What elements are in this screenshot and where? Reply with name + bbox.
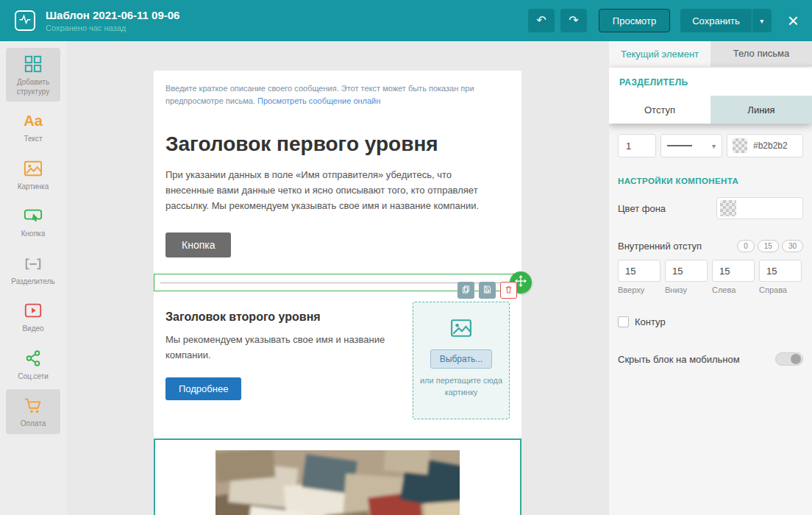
- template-title: Шаблон 2021-06-11 09-06: [46, 9, 179, 21]
- app-logo: [15, 10, 35, 31]
- color-swatch: [733, 138, 747, 153]
- line-thickness-input[interactable]: [618, 134, 656, 157]
- editor-canvas: Введите краткое описание своего сообщени…: [66, 41, 609, 515]
- save-group: Сохранить ▾: [680, 9, 772, 32]
- padding-bottom-label: Внизу: [665, 285, 708, 294]
- outline-checkbox[interactable]: [618, 316, 629, 327]
- sidebar-item-label: Текст: [24, 135, 42, 144]
- topbar: Шаблон 2021-06-11 09-06 Сохранено час на…: [0, 0, 812, 41]
- view-online-link[interactable]: Просмотреть сообщение онлайн: [257, 96, 380, 105]
- email-button-1[interactable]: Кнопка: [165, 232, 231, 258]
- selected-image-block[interactable]: [154, 438, 521, 515]
- undo-icon: ↶: [536, 14, 546, 26]
- padding-top-label: Вверху: [618, 285, 660, 294]
- trash-icon: [504, 285, 513, 296]
- padding-bottom-input[interactable]: [665, 260, 708, 282]
- preset-15-button[interactable]: 15: [758, 240, 779, 252]
- save-status: Сохранено час назад: [46, 24, 179, 32]
- padding-left-input[interactable]: [712, 260, 755, 282]
- paragraph-2[interactable]: Мы рекомендуем указывать свое имя и назв…: [165, 333, 402, 362]
- text-aa-icon: Aa: [24, 110, 43, 131]
- hide-mobile-row: Скрыть блок на мобильном: [618, 352, 803, 366]
- chevron-down-icon: ▾: [712, 142, 716, 150]
- two-column-block[interactable]: Заголовок второго уровня Мы рекомендуем …: [154, 291, 521, 433]
- padding-bottom-cell: Внизу: [665, 260, 708, 294]
- sidebar-item-label: Соц.сети: [18, 372, 49, 382]
- tab-current-element[interactable]: Текущий элемент: [609, 41, 710, 66]
- divider-section-title: РАЗДЕЛИТЕЛЬ: [609, 68, 812, 96]
- image-dropzone[interactable]: Выбрать... или перетащите сюда картинку: [413, 302, 510, 419]
- caret-down-icon: ▾: [760, 17, 763, 25]
- delete-block-button[interactable]: [500, 282, 517, 299]
- sidebar-item-label: Кнопка: [21, 230, 45, 239]
- undo-button[interactable]: ↶: [528, 9, 555, 32]
- panel-body: ▾ #b2b2b2 НАСТРОЙКИ КОМПОНЕНТА Цвет фона…: [609, 124, 812, 366]
- padding-inputs: Вверху Внизу Слева Справа: [618, 260, 803, 294]
- tab-padding-mode[interactable]: Отступ: [609, 96, 710, 124]
- padding-top-input[interactable]: [618, 260, 660, 282]
- sidebar-item-label: Картинка: [18, 182, 49, 192]
- component-settings-title: НАСТРОЙКИ КОМПОНЕНТА: [618, 177, 803, 185]
- divider-mode-tabs: Отступ Линия: [609, 96, 812, 124]
- padding-top-cell: Вверху: [618, 260, 660, 294]
- sidebar-item-label: Оплата: [21, 419, 46, 429]
- image-placeholder-icon: [450, 319, 472, 341]
- color-hex-value: #b2b2b2: [753, 141, 788, 151]
- sidebar-item-image[interactable]: Картинка: [6, 152, 60, 197]
- hide-mobile-label: Скрыть блок на мобильном: [618, 354, 740, 365]
- padding-right-cell: Справа: [759, 260, 802, 294]
- choose-image-button[interactable]: Выбрать...: [430, 349, 492, 369]
- save-dropdown-button[interactable]: ▾: [752, 9, 772, 32]
- divider-settings-card: РАЗДЕЛИТЕЛЬ Отступ Линия: [609, 68, 812, 124]
- panel-tabs: Текущий элемент Тело письма: [609, 41, 812, 66]
- padding-right-input[interactable]: [759, 260, 802, 282]
- line-controls-row: ▾ #b2b2b2: [618, 134, 803, 157]
- padding-label: Внутренний отступ: [618, 241, 702, 252]
- redo-button[interactable]: ↷: [560, 9, 587, 32]
- sidebar-item-label: Разделитель: [11, 277, 54, 287]
- hide-mobile-toggle[interactable]: [775, 352, 803, 366]
- blocks-sidebar: Добавить структуру Aa Текст Картинка Кно…: [0, 41, 66, 515]
- settings-panel: Текущий элемент Тело письма РАЗДЕЛИТЕЛЬ …: [609, 41, 812, 515]
- outline-label: Контур: [635, 316, 666, 327]
- image-icon: [24, 158, 43, 179]
- divider-icon: [24, 253, 43, 274]
- save-button[interactable]: Сохранить: [680, 9, 752, 32]
- paragraph-1[interactable]: При указании данных в поле «Имя отправит…: [154, 168, 521, 213]
- email-button-2[interactable]: Подробнее: [165, 377, 241, 400]
- title-block: Шаблон 2021-06-11 09-06 Сохранено час на…: [46, 9, 179, 32]
- video-icon: [24, 300, 43, 321]
- bg-color-picker[interactable]: [716, 197, 803, 219]
- padding-left-label: Слева: [712, 285, 755, 294]
- heading-1[interactable]: Заголовок первого уровня: [154, 132, 521, 156]
- sidebar-item-payment[interactable]: Оплата: [6, 389, 60, 434]
- preset-0-button[interactable]: 0: [737, 240, 755, 252]
- cart-icon: [24, 395, 43, 416]
- share-icon: [24, 348, 43, 369]
- text-column: Заголовок второго уровня Мы рекомендуем …: [165, 302, 402, 419]
- pulse-icon: [18, 13, 32, 29]
- sidebar-item-text[interactable]: Aa Текст: [6, 104, 60, 149]
- toggle-knob: [791, 354, 801, 364]
- save-block-button[interactable]: [479, 282, 496, 299]
- sidebar-item-label: Видео: [22, 324, 43, 334]
- close-button[interactable]: ×: [788, 11, 799, 30]
- email-template-editor: Шаблон 2021-06-11 09-06 Сохранено час на…: [0, 0, 812, 515]
- sidebar-item-divider[interactable]: Разделитель: [6, 247, 60, 292]
- outline-row[interactable]: Контур: [618, 316, 803, 327]
- sidebar-item-button[interactable]: Кнопка: [6, 199, 60, 244]
- line-color-picker[interactable]: #b2b2b2: [727, 134, 803, 157]
- tab-line-mode[interactable]: Линия: [710, 96, 812, 124]
- copy-icon: [461, 285, 471, 296]
- copy-block-button[interactable]: [457, 282, 474, 299]
- preview-button[interactable]: Просмотр: [599, 9, 670, 32]
- tab-email-body[interactable]: Тело письма: [710, 41, 812, 66]
- line-style-select[interactable]: ▾: [660, 134, 722, 157]
- sidebar-item-label: Добавить структуру: [7, 78, 59, 96]
- sidebar-item-add-structure[interactable]: Добавить структуру: [6, 48, 60, 102]
- heading-2[interactable]: Заголовок второго уровня: [165, 310, 402, 324]
- sidebar-item-video[interactable]: Видео: [6, 294, 60, 339]
- sidebar-item-social[interactable]: Соц.сети: [6, 342, 60, 387]
- preset-30-button[interactable]: 30: [782, 240, 803, 252]
- preheader-block[interactable]: Введите краткое описание своего сообщени…: [154, 71, 521, 107]
